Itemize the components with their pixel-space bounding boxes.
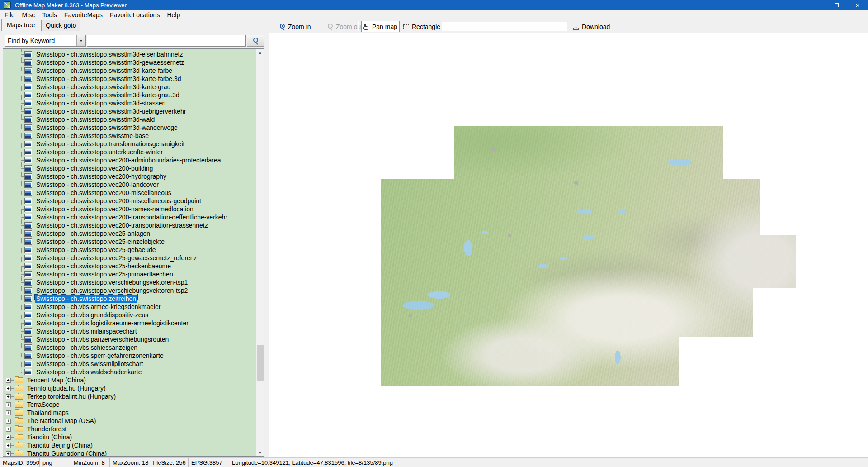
tree-folder[interactable]: +Terkep.torokbalint.hu (Hungary) [3, 392, 256, 400]
minimize-button[interactable] [806, 0, 826, 10]
tree-item[interactable]: Swisstopo - ch.swisstopo.swisstlm3d-uebr… [3, 107, 256, 115]
tree-folder[interactable]: +Terinfo.ujbuda.hu (Hungary) [3, 384, 256, 392]
pan-map-label: Pan map [372, 23, 397, 30]
tree-item[interactable]: Swisstopo - ch.swisstopo.unterkuenfte-wi… [3, 148, 256, 156]
tree-item[interactable]: Swisstopo - ch.vbs.waldschadenkarte [3, 368, 256, 376]
tree-item[interactable]: Swisstopo - ch.swisstopo.vec25-gebaeude [3, 246, 256, 254]
tree-item[interactable]: Swisstopo - ch.swisstopo.vec200-building [3, 164, 256, 172]
map-layer-icon [24, 149, 32, 155]
scroll-down-icon[interactable]: ▼ [256, 449, 264, 456]
tree-item[interactable]: Swisstopo - ch.swisstopo.swisstlm3d-stra… [3, 99, 256, 107]
map-layer-icon [24, 344, 32, 351]
tree-item[interactable]: Swisstopo - ch.vbs.panzerverschiebungsro… [3, 335, 256, 343]
menu-item-tools[interactable]: Tools [38, 10, 61, 19]
tree-item[interactable]: Swisstopo - ch.swisstopo.swisstlm3d-kart… [3, 67, 256, 75]
search-button[interactable] [247, 35, 264, 47]
download-button[interactable]: ↓ Download [571, 21, 612, 32]
tree-item[interactable]: Swisstopo - ch.swisstopo.verschiebungsve… [3, 278, 256, 286]
tree-item[interactable]: Swisstopo - ch.swisstopo.swisstne-base [3, 132, 256, 140]
search-mode-combo[interactable]: Find by Keyword ▼ [5, 35, 86, 47]
tree-folder[interactable]: +TerraScope [3, 400, 256, 409]
tree-item-label: Swisstopo - ch.swisstopo.vec200-building [35, 164, 154, 172]
expand-plus-icon[interactable]: + [6, 451, 11, 456]
tree-item-label: Swisstopo - ch.swisstopo.vec25-gebaeude [35, 246, 157, 254]
tree-item[interactable]: Swisstopo - ch.swisstopo.vec25-einzelobj… [3, 238, 256, 246]
tree-item[interactable]: Swisstopo - ch.swisstopo.vec200-transpor… [3, 213, 256, 221]
tree-item[interactable]: Swisstopo - ch.vbs.armee-kriegsdenkmaele… [3, 303, 256, 311]
maximize-button[interactable] [826, 0, 847, 10]
map-imagery-switzerland[interactable] [381, 126, 796, 386]
tree-item[interactable]: Swisstopo - ch.swisstopo.vec200-names-na… [3, 205, 256, 213]
tree-item[interactable]: Swisstopo - ch.swisstopo.vec200-miscella… [3, 189, 256, 197]
tree-item[interactable]: Swisstopo - ch.vbs.sperr-gefahrenzonenka… [3, 352, 256, 360]
tree-item[interactable]: Swisstopo - ch.swisstopo.vec25-anlagen [3, 229, 256, 238]
tree-item[interactable]: Swisstopo - ch.vbs.logistikraeume-armeel… [3, 319, 256, 327]
tree-item[interactable]: Swisstopo - ch.swisstopo.swisstlm3d-kart… [3, 75, 256, 83]
menu-item-file[interactable]: File [1, 10, 19, 19]
tree-folder[interactable]: +Tencent Map (China) [3, 376, 256, 384]
scroll-up-icon[interactable]: ▲ [256, 49, 264, 56]
expand-plus-icon[interactable]: + [6, 427, 11, 432]
tree-item[interactable]: Swisstopo - ch.swisstopo.vec200-miscella… [3, 197, 256, 205]
tree-item[interactable]: Swisstopo - ch.swisstopo.transformations… [3, 140, 256, 148]
menu-item-favoritelocations[interactable]: FavoriteLocations [106, 10, 164, 19]
tree-item[interactable]: Swisstopo - ch.swisstopo.swisstlm3d-gewa… [3, 58, 256, 67]
menu-item-help[interactable]: Help [163, 10, 184, 19]
rectangle-button[interactable]: Rectangle [401, 21, 442, 32]
tree-item[interactable]: Swisstopo - ch.swisstopo.swisstlm3d-kart… [3, 91, 256, 99]
tab-maps-tree[interactable]: Maps tree [1, 19, 40, 31]
map-layer-icon [24, 214, 32, 220]
menu-item-misc[interactable]: Misc [19, 10, 39, 19]
close-button[interactable]: × [847, 0, 868, 10]
tree-folder[interactable]: +Tianditu Beijing (China) [3, 441, 256, 449]
tree-item-label: Swisstopo - ch.swisstopo.vec200-adminbou… [35, 156, 222, 164]
tree-item[interactable]: Swisstopo - ch.swisstopo.vec200-adminbou… [3, 156, 256, 164]
tree-item[interactable]: Swisstopo - ch.swisstopo.vec200-hydrogra… [3, 172, 256, 181]
tree-item[interactable]: Swisstopo - ch.vbs.grunddispositiv-zeus [3, 311, 256, 319]
tree-item-selected[interactable]: Swisstopo - ch.swisstopo.zeitreihen [3, 295, 256, 303]
expand-plus-icon[interactable]: + [6, 394, 11, 399]
tree-item[interactable]: Swisstopo - ch.swisstopo.vec200-transpor… [3, 221, 256, 229]
tree-item[interactable]: Swisstopo - ch.swisstopo.swisstlm3d-wand… [3, 124, 256, 132]
tree-folder[interactable]: +The National Map (USA) [3, 417, 256, 425]
tree-item-label: Swisstopo - ch.swisstopo.vec25-heckenbae… [35, 262, 172, 270]
tree-item[interactable]: Swisstopo - ch.vbs.schiessanzeigen [3, 343, 256, 352]
scrollbar-thumb[interactable] [257, 345, 264, 381]
chevron-down-icon[interactable]: ▼ [76, 35, 85, 46]
tab-quick-goto[interactable]: Quick goto [41, 20, 80, 31]
map-canvas[interactable] [269, 33, 868, 458]
tree-folder[interactable]: +Tianditu Guangdong (China) [3, 449, 256, 456]
zoom-out-button[interactable]: Zoom out [325, 21, 364, 32]
expand-plus-icon[interactable]: + [6, 410, 11, 415]
tree-item[interactable]: Swisstopo - ch.swisstopo.vec25-heckenbae… [3, 262, 256, 270]
tree-item[interactable]: Swisstopo - ch.swisstopo.vec25-gewaesser… [3, 254, 256, 262]
tree-item[interactable]: Swisstopo - ch.swisstopo.swisstlm3d-kart… [3, 83, 256, 91]
expand-plus-icon[interactable]: + [6, 378, 11, 383]
expand-plus-icon[interactable]: + [6, 386, 11, 391]
expand-plus-icon[interactable]: + [6, 419, 11, 424]
pan-map-button[interactable]: Pan map [361, 21, 400, 32]
tree-item[interactable]: Swisstopo - ch.vbs.swissmilpilotschart [3, 360, 256, 368]
search-input[interactable] [87, 35, 246, 47]
map-layer-icon [24, 247, 32, 253]
tree-item[interactable]: Swisstopo - ch.swisstopo.verschiebungsve… [3, 286, 256, 295]
tree-item[interactable]: Swisstopo - ch.swisstopo.swisstlm3d-eise… [3, 50, 256, 58]
tree-item[interactable]: Swisstopo - ch.swisstopo.swisstlm3d-wald [3, 115, 256, 124]
tree-item-label: Swisstopo - ch.swisstopo.vec200-miscella… [35, 189, 173, 197]
toolbar-input[interactable] [442, 22, 567, 31]
tree-folder[interactable]: +Thailand maps [3, 409, 256, 417]
map-layer-icon [24, 108, 32, 114]
expand-plus-icon[interactable]: + [6, 402, 11, 407]
menu-item-favoritemaps[interactable]: FavoriteMaps [61, 10, 106, 19]
tree-item-label: Swisstopo - ch.vbs.panzerverschiebungsro… [35, 335, 170, 343]
tree-item[interactable]: Swisstopo - ch.swisstopo.vec200-landcove… [3, 181, 256, 189]
tree-item[interactable]: Swisstopo - ch.swisstopo.vec25-primaerfl… [3, 270, 256, 278]
map-layer-icon [24, 124, 32, 131]
expand-plus-icon[interactable]: + [6, 435, 11, 440]
tree-folder[interactable]: +Thunderforest [3, 425, 256, 433]
tree-item[interactable]: Swisstopo - ch.vbs.milairspacechart [3, 327, 256, 335]
zoom-in-button[interactable]: Zoom in [277, 21, 313, 32]
expand-plus-icon[interactable]: + [6, 443, 11, 448]
tree-scrollbar[interactable]: ▲ ▼ [256, 49, 264, 456]
tree-folder[interactable]: +Tianditu (China) [3, 433, 256, 441]
